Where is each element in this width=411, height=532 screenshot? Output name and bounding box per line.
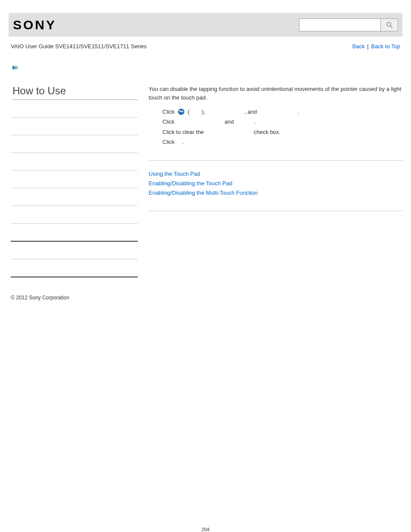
sidebar-rule [11,259,138,259]
step-1: Click ( ), , and . [162,107,402,117]
sidebar-title: How to Use [12,85,138,100]
svg-point-0 [386,22,391,26]
sub-header: VAIO User Guide SVE1411/SVE1511/SVE1711 … [11,43,400,50]
sidebar-rule [11,152,138,153]
sidebar-rule-bold [11,241,138,242]
sidebar: How to Use [11,85,144,277]
top-links: Back | Back to Top [352,43,400,50]
sidebar-rule-bold [11,277,138,277]
guide-title: VAIO User Guide SVE1411/SVE1511/SVE1711 … [11,43,147,50]
section-divider [149,211,402,211]
steps-list: Click ( ), , and . Clic [162,107,402,147]
intro-text: You can disable the tapping function to … [149,85,402,102]
section-divider [149,160,402,161]
step-3: Click to clear the check box. [162,127,402,137]
related-link-enable-touchpad[interactable]: Enabling/Disabling the Touch Pad [149,179,402,188]
sidebar-rule [11,205,138,206]
main-content: You can disable the tapping function to … [144,85,402,277]
link-separator: | [367,43,370,50]
step-text: and [178,117,236,127]
step-text: Click to clear the [162,127,206,137]
sidebar-rule [11,223,138,224]
step-4: Click . [162,137,402,147]
copyright: © 2012 Sony Corporation [11,295,411,301]
breadcrumb-arrow-row [12,65,411,72]
svg-line-1 [390,26,392,28]
related-link-multitouch[interactable]: Enabling/Disabling the Multi-Touch Funct… [149,188,402,198]
sony-logo: SONY [13,18,56,32]
sidebar-rule [11,170,138,171]
sidebar-rule [11,117,138,118]
step-text: Click [162,137,176,147]
related-topics: Using the Touch Pad Enabling/Disabling t… [149,169,402,198]
step-text: Click [162,107,176,117]
step-2: Click and . [162,117,402,127]
windows-start-icon [178,109,184,115]
page-number: 204 [0,527,411,532]
step-text: . [260,107,299,117]
search-button[interactable] [381,19,398,31]
step-text: , and [209,107,258,117]
step-text: ( ), [186,107,207,117]
chevron-right-icon [12,65,20,71]
sidebar-rule [11,188,138,188]
sidebar-rule [11,135,138,135]
step-text: . [178,137,184,147]
search-wrap [299,19,398,31]
search-input[interactable] [299,19,381,31]
back-link[interactable]: Back [352,43,365,50]
header-bar: SONY [9,13,402,37]
back-to-top-link[interactable]: Back to Top [371,43,400,50]
related-link-touchpad[interactable]: Using the Touch Pad [149,169,402,179]
step-text: Click [162,117,176,127]
step-text: . [237,117,255,127]
step-text: check box. [207,127,281,137]
search-icon [386,22,393,28]
